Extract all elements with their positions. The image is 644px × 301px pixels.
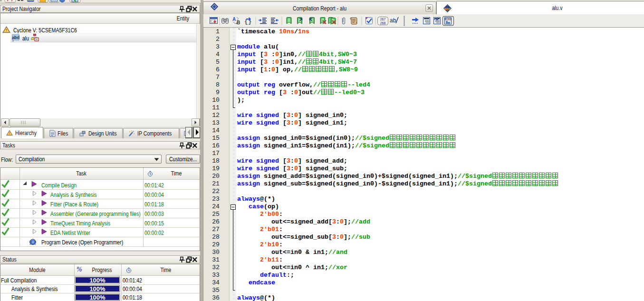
svg-text:268: 268 <box>380 21 386 25</box>
svg-text:B: B <box>237 20 240 25</box>
svg-text:A: A <box>232 17 236 22</box>
svg-text:abc: abc <box>444 7 451 11</box>
svg-text:ab: ab <box>390 17 396 24</box>
svg-text:267: 267 <box>380 18 386 21</box>
svg-text:abd: abd <box>12 35 19 40</box>
